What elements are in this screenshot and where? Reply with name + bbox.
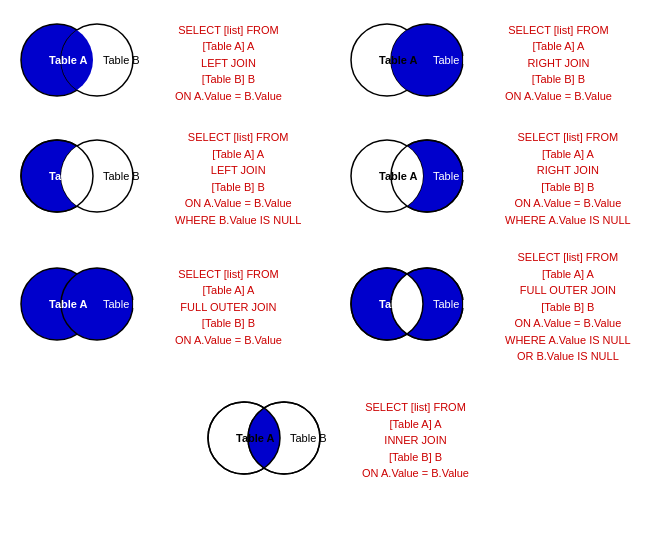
- svg-text:Table A: Table A: [379, 298, 418, 310]
- svg-text:Table B: Table B: [433, 298, 470, 310]
- svg-text:Table A: Table A: [379, 54, 418, 66]
- sql-code-full-outer: SELECT [list] FROM [Table A] A FULL OUTE…: [175, 266, 282, 349]
- diagram-item-inner-join: Table ATable BSELECT [list] FROM [Table …: [192, 388, 473, 494]
- sql-code-left-join: SELECT [list] FROM [Table A] A LEFT JOIN…: [175, 22, 282, 105]
- diagram-item-left-join-null: Table ATable BSELECT [list] FROM [Table …: [5, 121, 330, 236]
- bottom-row: Table ATable BSELECT [list] FROM [Table …: [0, 383, 665, 499]
- svg-text:Table A: Table A: [49, 298, 88, 310]
- sql-code-inner-join: SELECT [list] FROM [Table A] A INNER JOI…: [362, 399, 469, 482]
- sql-code-right-join-null: SELECT [list] FROM [Table A] A RIGHT JOI…: [505, 129, 631, 228]
- svg-text:Table A: Table A: [49, 170, 88, 182]
- svg-text:Table B: Table B: [433, 170, 470, 182]
- diagram-item-full-outer: Table ATable BSELECT [list] FROM [Table …: [5, 241, 330, 373]
- svg-text:Table B: Table B: [103, 170, 140, 182]
- svg-text:Table A: Table A: [379, 170, 418, 182]
- venn-diagram-full-outer: Table ATable B: [9, 262, 169, 352]
- diagram-item-full-outer-null: Table ATable BSELECT [list] FROM [Table …: [335, 241, 660, 373]
- diagram-item-left-join: Table ATable BSELECT [list] FROM [Table …: [5, 10, 330, 116]
- sql-code-left-join-null: SELECT [list] FROM [Table A] A LEFT JOIN…: [175, 129, 301, 228]
- diagram-item-right-join-null: Table ATable BSELECT [list] FROM [Table …: [335, 121, 660, 236]
- venn-diagram-full-outer-null: Table ATable B: [339, 262, 499, 352]
- svg-text:Table B: Table B: [103, 298, 140, 310]
- diagram-grid: Table ATable BSELECT [list] FROM [Table …: [0, 0, 665, 383]
- venn-diagram-left-join-null: Table ATable B: [9, 134, 169, 224]
- venn-diagram-right-join: Table ATable B: [339, 18, 499, 108]
- diagram-item-right-join: Table ATable BSELECT [list] FROM [Table …: [335, 10, 660, 116]
- svg-text:Table A: Table A: [49, 54, 88, 66]
- svg-text:Table B: Table B: [103, 54, 140, 66]
- sql-code-right-join: SELECT [list] FROM [Table A] A RIGHT JOI…: [505, 22, 612, 105]
- svg-text:Table B: Table B: [290, 432, 327, 444]
- venn-diagram-right-join-null: Table ATable B: [339, 134, 499, 224]
- svg-text:Table A: Table A: [236, 432, 275, 444]
- sql-code-full-outer-null: SELECT [list] FROM [Table A] A FULL OUTE…: [505, 249, 631, 365]
- venn-diagram-left-join: Table ATable B: [9, 18, 169, 108]
- svg-text:Table B: Table B: [433, 54, 470, 66]
- venn-diagram-inner-join: Table ATable B: [196, 396, 356, 486]
